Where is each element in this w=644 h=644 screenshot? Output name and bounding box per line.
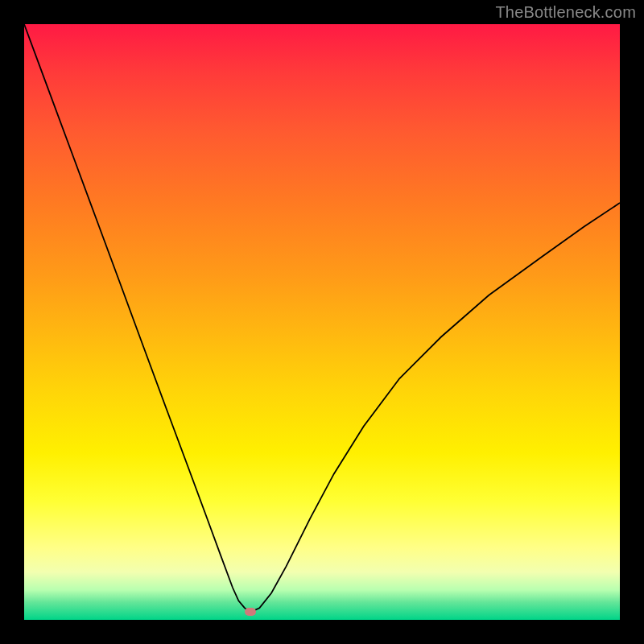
chart-frame: TheBottleneck.com — [0, 0, 644, 644]
plot-area — [24, 24, 620, 620]
watermark-text: TheBottleneck.com — [495, 3, 636, 22]
bottleneck-curve — [24, 24, 620, 612]
optimum-marker — [245, 608, 256, 616]
curve-svg — [24, 24, 620, 620]
